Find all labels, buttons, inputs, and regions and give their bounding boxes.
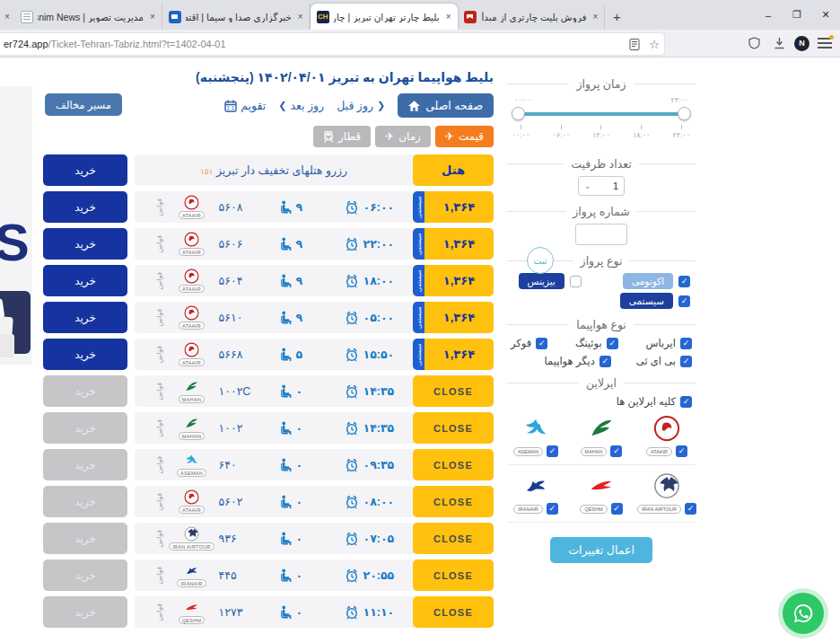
buy-button[interactable]: خرید [43, 486, 127, 517]
tab-close-icon[interactable]: × [298, 12, 303, 22]
systemi-checkbox[interactable] [678, 295, 690, 307]
rules-link[interactable]: قوانین [156, 235, 163, 253]
slider-handle-max[interactable] [678, 107, 691, 120]
buy-button[interactable]: خرید [43, 265, 127, 296]
submit-circle-button[interactable]: ثبت [527, 247, 554, 274]
all-airlines-checkbox[interactable] [680, 396, 692, 408]
hotel-reserve-link[interactable]: رزرو هتلهای تخفیف دار تبریز ۱۵۱ [135, 163, 413, 177]
price-button[interactable]: CLOSE [413, 596, 494, 628]
buy-button[interactable]: خرید [43, 375, 127, 407]
tab-close-icon[interactable]: × [593, 12, 599, 22]
calendar-link[interactable]: تقویم [224, 99, 266, 112]
airbus-checkbox[interactable] [680, 338, 692, 349]
account-avatar[interactable]: N [794, 36, 809, 51]
rules-link[interactable]: قوانین [156, 603, 163, 621]
qeshm-checkbox[interactable] [611, 503, 623, 515]
new-tab-button[interactable]: + [605, 4, 628, 28]
buy-button[interactable]: خرید [43, 412, 127, 444]
price-button[interactable]: CLOSE [413, 559, 494, 591]
aircraft-row-1: ایرباس بوئینگ فوکر [511, 337, 692, 349]
bookmark-star-icon[interactable]: ☆ [644, 34, 664, 54]
rules-link[interactable]: قوانین [156, 346, 163, 364]
train-tab-button[interactable]: قطار [313, 126, 371, 147]
sort-by-price-button[interactable]: ✈ قیمت [435, 126, 494, 147]
tab-close-icon[interactable]: × [446, 12, 451, 22]
ataair-checkbox[interactable] [676, 445, 687, 457]
price-button[interactable]: CLOSE [413, 523, 494, 554]
buy-button[interactable]: خرید [43, 559, 127, 591]
price-button[interactable]: CLOSE [413, 375, 494, 407]
buy-button[interactable]: خرید [43, 191, 127, 223]
price-button[interactable]: سیستمی ۱,۳۶۴ [413, 339, 494, 370]
tab-close-partial[interactable]: × [0, 4, 14, 30]
iranair-checkbox[interactable] [547, 503, 558, 515]
slider-track[interactable] [518, 112, 685, 116]
hotel-badge[interactable]: هتل [413, 154, 494, 186]
menu-hamburger-icon[interactable] [815, 33, 835, 53]
business-checkbox[interactable] [570, 276, 582, 287]
next-day-link[interactable]: ❮ روز بعد [278, 99, 324, 112]
price-button[interactable]: CLOSE [413, 412, 494, 444]
tab-charter724-active[interactable]: CH بلیط چارتر تهران تبریز | چارتر724 × [311, 4, 458, 30]
systemi-badge[interactable]: سیستمی [620, 293, 673, 309]
rules-link[interactable]: قوانین [156, 309, 163, 327]
rules-link[interactable]: قوانین [156, 530, 163, 548]
price-button[interactable]: CLOSE [413, 449, 494, 480]
buy-button[interactable]: خرید [43, 302, 127, 333]
bae-checkbox[interactable] [680, 356, 692, 367]
rules-link[interactable]: قوانین [156, 419, 163, 437]
airline-logo: ATAAIR [171, 489, 214, 514]
price-button[interactable]: CLOSE [413, 486, 494, 517]
capacity-select[interactable]: ⌄ 1 [578, 176, 625, 196]
whatsapp-button[interactable] [783, 593, 824, 634]
tab-tasnim[interactable]: مدیریت تصویر | Tasnim News × [14, 4, 162, 30]
home-button[interactable]: صفحه اصلی [398, 93, 494, 118]
minimize-button[interactable]: – [754, 0, 783, 30]
rules-link[interactable]: قوانین [156, 493, 163, 511]
apply-changes-button[interactable]: اعمال تغییرات [550, 537, 652, 563]
buy-button[interactable]: خرید [43, 523, 127, 554]
buy-button[interactable]: خرید [43, 228, 127, 260]
tab-irib[interactable]: خبرگزاری صدا و سیما | اقتصادی × [162, 4, 311, 30]
shield-icon[interactable] [744, 33, 764, 53]
buy-button[interactable]: خرید [43, 449, 127, 480]
aseman-checkbox[interactable] [547, 445, 558, 457]
restore-button[interactable]: ❐ [783, 0, 811, 30]
economy-checkbox[interactable] [678, 276, 690, 287]
rules-link[interactable]: قوانین [156, 567, 163, 585]
slider-handle-min[interactable] [512, 107, 525, 120]
rules-link[interactable]: قوانین [156, 272, 163, 290]
systemi-tag: سیستمی [413, 302, 424, 333]
reverse-route-button[interactable]: مسیر مخالف [45, 93, 122, 116]
departure-time: ۰۷:۰۵ [363, 532, 395, 545]
buy-button[interactable]: خرید [43, 154, 127, 186]
mahan-checkbox[interactable] [610, 445, 622, 457]
economy-badge[interactable]: اکونومی [623, 273, 673, 289]
rules-link[interactable]: قوانین [156, 198, 163, 216]
rules-link[interactable]: قوانین [156, 383, 163, 401]
fokker-checkbox[interactable] [536, 338, 547, 349]
buy-button[interactable]: خرید [43, 339, 127, 370]
flight-number-input[interactable] [575, 224, 627, 245]
reader-view-icon[interactable] [625, 34, 644, 54]
prev-day-link[interactable]: روز قبل ❯ [337, 99, 385, 112]
price-button[interactable]: سیستمی ۱,۳۶۴ [413, 302, 494, 333]
tab-close-icon[interactable]: × [150, 12, 155, 22]
sort-by-time-button[interactable]: ✈ زمان [375, 126, 431, 147]
tab-charter-sale[interactable]: فروش بلیت چارتری از مبدأ و به مق × [458, 4, 606, 30]
price-button[interactable]: سیستمی ۱,۳۶۴ [413, 228, 494, 260]
price-value: CLOSE [413, 559, 494, 591]
price-button[interactable]: سیستمی ۱,۳۶۴ [413, 265, 494, 296]
other-aircraft-checkbox[interactable] [599, 356, 611, 367]
buy-button[interactable]: خرید [43, 596, 127, 628]
business-badge[interactable]: بیزینس [519, 273, 564, 289]
address-bar[interactable]: er724.app /Ticket-Tehran-Tabriz.html?t=1… [0, 33, 664, 55]
airline-name-pill: ATAAIR [179, 285, 205, 293]
airline-cell-iranair: IRANAIR [507, 472, 564, 515]
download-icon[interactable] [769, 33, 789, 53]
price-button[interactable]: سیستمی ۱,۳۶۴ [413, 191, 494, 223]
airtour-checkbox[interactable] [685, 503, 696, 515]
rules-link[interactable]: قوانین [156, 456, 163, 474]
close-window-button[interactable]: ✕ [811, 0, 840, 30]
boeing-checkbox[interactable] [607, 338, 618, 349]
